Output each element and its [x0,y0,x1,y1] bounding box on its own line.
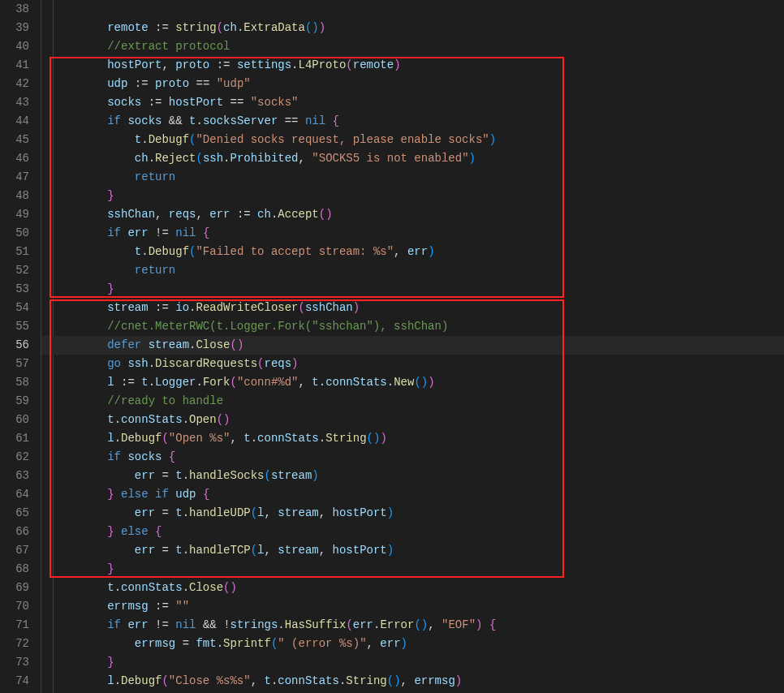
code-line[interactable]: l.Debugf("Close %s%s", t.connStats.Strin… [41,672,784,691]
line-number[interactable]: 51 [0,243,29,261]
line-number[interactable]: 63 [0,467,29,485]
code-line[interactable]: hostPort, proto := settings.L4Proto(remo… [41,56,784,75]
line-number[interactable]: 43 [0,93,29,112]
code-line[interactable]: errmsg := "" [41,597,784,616]
code-editor[interactable]: 3839404142434445464748495051525354555657… [0,0,784,693]
line-number[interactable]: 55 [0,317,29,336]
line-number[interactable]: 64 [0,485,29,504]
code-line[interactable]: } else { [41,523,784,541]
line-number[interactable]: 52 [0,261,29,280]
code-line[interactable]: remote := string(ch.ExtraData()) [41,19,784,37]
code-line[interactable]: t.connStats.Close() [41,579,784,597]
code-line[interactable]: l.Debugf("Open %s", t.connStats.String()… [41,429,784,448]
line-number[interactable]: 38 [0,0,29,19]
code-line[interactable]: err = t.handleTCP(l, stream, hostPort) [41,541,784,560]
code-line[interactable]: t.Debugf("Denied socks request, please e… [41,131,784,149]
code-line[interactable]: return [41,168,784,187]
line-number[interactable]: 62 [0,448,29,467]
line-number[interactable]: 70 [0,597,29,616]
code-line[interactable]: if socks { [41,448,784,467]
line-number[interactable]: 69 [0,579,29,597]
code-line[interactable]: if err != nil { [41,224,784,243]
code-line[interactable]: errmsg = fmt.Sprintf(" (error %s)", err) [41,635,784,653]
line-number[interactable]: 58 [0,373,29,392]
line-number[interactable]: 59 [0,392,29,411]
line-number[interactable]: 61 [0,429,29,448]
line-number[interactable]: 57 [0,355,29,373]
code-line[interactable]: socks := hostPort == "socks" [41,93,784,112]
code-line[interactable]: defer stream.Close() [41,336,784,355]
code-line[interactable]: return [41,261,784,280]
code-content-area[interactable]: remote := string(ch.ExtraData()) //extra… [41,0,784,693]
code-line[interactable]: err = t.handleUDP(l, stream, hostPort) [41,504,784,523]
code-line[interactable]: //ready to handle [41,392,784,411]
code-line[interactable]: sshChan, reqs, err := ch.Accept() [41,205,784,224]
line-number[interactable]: 41 [0,56,29,75]
code-line[interactable]: } [41,187,784,205]
line-number[interactable]: 45 [0,131,29,149]
code-line[interactable] [41,0,784,19]
line-number[interactable]: 40 [0,37,29,56]
code-line[interactable]: if err != nil && !strings.HasSuffix(err.… [41,616,784,635]
line-number[interactable]: 46 [0,149,29,168]
code-line[interactable]: } [41,653,784,672]
line-number[interactable]: 68 [0,560,29,579]
code-line[interactable]: l := t.Logger.Fork("conn#%d", t.connStat… [41,373,784,392]
line-number[interactable]: 66 [0,523,29,541]
code-line[interactable]: //extract protocol [41,37,784,56]
code-line[interactable]: err = t.handleSocks(stream) [41,467,784,485]
line-number-gutter[interactable]: 3839404142434445464748495051525354555657… [0,0,41,693]
code-line[interactable]: } [41,560,784,579]
code-line[interactable]: t.connStats.Open() [41,411,784,429]
code-line[interactable]: if socks && t.socksServer == nil { [41,112,784,131]
line-number[interactable]: 48 [0,187,29,205]
code-line[interactable]: t.Debugf("Failed to accept stream: %s", … [41,243,784,261]
line-number[interactable]: 49 [0,205,29,224]
code-line[interactable]: ch.Reject(ssh.Prohibited, "SOCKS5 is not… [41,149,784,168]
line-number[interactable]: 44 [0,112,29,131]
line-number[interactable]: 47 [0,168,29,187]
line-number[interactable]: 50 [0,224,29,243]
line-number[interactable]: 42 [0,75,29,93]
code-line[interactable]: go ssh.DiscardRequests(reqs) [41,355,784,373]
code-line[interactable]: } [41,280,784,299]
line-number[interactable]: 60 [0,411,29,429]
line-number[interactable]: 73 [0,653,29,672]
line-number[interactable]: 53 [0,280,29,299]
line-number[interactable]: 39 [0,19,29,37]
line-number[interactable]: 56 [0,336,29,355]
line-number[interactable]: 74 [0,672,29,691]
line-number[interactable]: 54 [0,299,29,317]
code-line[interactable]: } else if udp { [41,485,784,504]
line-number[interactable]: 65 [0,504,29,523]
code-line[interactable]: udp := proto == "udp" [41,75,784,93]
code-line[interactable]: stream := io.ReadWriteCloser(sshChan) [41,299,784,317]
line-number[interactable]: 71 [0,616,29,635]
line-number[interactable]: 72 [0,635,29,653]
code-line[interactable]: //cnet.MeterRWC(t.Logger.Fork("sshchan")… [41,317,784,336]
line-number[interactable]: 67 [0,541,29,560]
